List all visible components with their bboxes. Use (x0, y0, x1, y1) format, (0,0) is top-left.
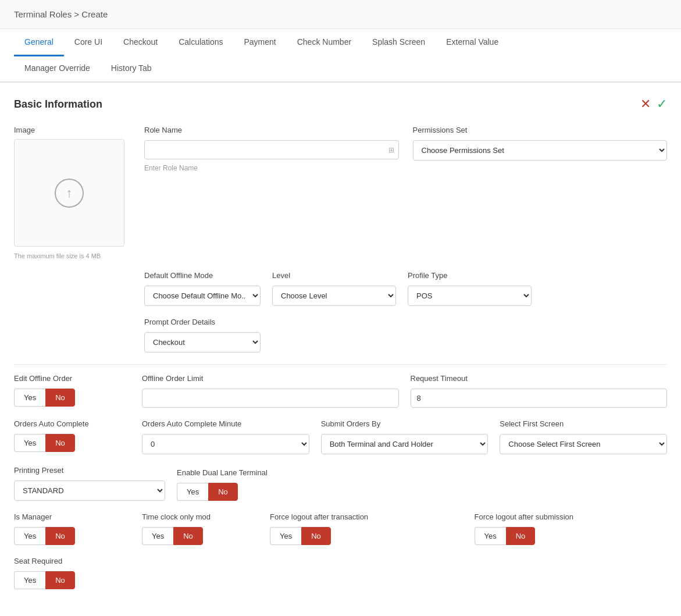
is-manager-label: Is Manager (14, 512, 130, 521)
select-first-screen-select[interactable]: Choose Select First Screen (500, 434, 667, 454)
enable-dual-no-btn[interactable]: No (208, 483, 238, 501)
edit-offline-yes-btn[interactable]: Yes (14, 389, 45, 407)
default-offline-label: Default Offline Mode (144, 271, 261, 280)
printing-row: Printing Preset STANDARD Enable Dual Lan… (14, 466, 667, 501)
role-name-wrapper: ⊞ (144, 140, 399, 159)
submit-orders-label: Submit Orders By (321, 419, 489, 428)
tabs-row-1: General Core UI Checkout Calculations Pa… (14, 29, 667, 55)
file-size-hint: The maximum file size is 4 MB (14, 252, 130, 259)
enable-dual-yes-btn[interactable]: Yes (177, 483, 208, 501)
offline-limit-input[interactable] (142, 389, 399, 408)
force-logout-sub-label: Force logout after submission (475, 512, 668, 521)
tab-manager-override[interactable]: Manager Override (14, 55, 101, 83)
force-logout-sub-no-btn[interactable]: No (506, 527, 536, 545)
profile-type-section: Profile Type POS (408, 271, 532, 306)
orders-auto-minute-section: Orders Auto Complete Minute 0 (142, 419, 309, 454)
divider-1 (14, 364, 667, 365)
printing-preset-select[interactable]: STANDARD (14, 480, 165, 501)
printing-preset-label: Printing Preset (14, 466, 165, 475)
force-logout-trans-toggle: Yes No (270, 527, 463, 545)
image-label: Image (14, 126, 130, 134)
force-logout-trans-label: Force logout after transaction (270, 512, 463, 521)
force-logout-trans-yes-btn[interactable]: Yes (270, 527, 301, 545)
seat-required-row: Seat Required Yes No (14, 557, 667, 589)
permissions-set-select[interactable]: Choose Permissions Set (413, 140, 668, 161)
role-name-input[interactable] (144, 140, 399, 159)
time-clock-toggle: Yes No (142, 527, 258, 545)
seat-required-toggle: Yes No (14, 571, 107, 589)
default-offline-select[interactable]: Choose Default Offline Mo... (144, 286, 261, 306)
role-name-icon: ⊞ (388, 146, 394, 154)
request-timeout-section: Request Timeout (411, 374, 668, 408)
enable-dual-section: Enable Dual Lane Terminal Yes No (177, 468, 268, 501)
breadcrumb: Terminal Roles > Create (14, 9, 108, 19)
seat-required-label: Seat Required (14, 557, 107, 565)
printing-preset-section: Printing Preset STANDARD (14, 466, 165, 501)
level-section: Level Choose Level (272, 271, 396, 306)
permissions-set-label: Permissions Set (413, 126, 668, 134)
basic-info-top: Image ↑ The maximum file size is 4 MB Ro… (14, 126, 667, 259)
is-manager-no-btn[interactable]: No (45, 527, 75, 545)
tab-calculations[interactable]: Calculations (168, 29, 233, 56)
select-first-screen-section: Select First Screen Choose Select First … (500, 419, 667, 454)
request-timeout-label: Request Timeout (411, 374, 668, 383)
is-manager-section: Is Manager Yes No (14, 512, 130, 545)
submit-orders-select[interactable]: Both Terminal and Card Holder (321, 434, 489, 454)
prompt-order-row: Prompt Order Details Checkout (14, 318, 667, 352)
tab-check-number[interactable]: Check Number (287, 29, 362, 56)
is-manager-yes-btn[interactable]: Yes (14, 527, 45, 545)
default-offline-section: Default Offline Mode Choose Default Offl… (144, 271, 261, 306)
prompt-order-select[interactable]: Checkout (144, 332, 261, 352)
orders-auto-label: Orders Auto Complete (14, 419, 130, 428)
auto-complete-row: Orders Auto Complete Yes No Orders Auto … (14, 419, 667, 454)
force-logout-trans-no-btn[interactable]: No (301, 527, 331, 545)
tabs-row-2: Manager Override History Tab (14, 55, 667, 81)
tab-splash-screen[interactable]: Splash Screen (362, 29, 436, 56)
orders-auto-yes-btn[interactable]: Yes (14, 434, 45, 452)
seat-required-section: Seat Required Yes No (14, 557, 107, 589)
upload-icon: ↑ (55, 179, 84, 208)
prompt-order-label: Prompt Order Details (144, 318, 261, 326)
time-clock-yes-btn[interactable]: Yes (142, 527, 173, 545)
time-clock-section: Time clock only mod Yes No (142, 512, 258, 545)
tab-history-tab[interactable]: History Tab (101, 55, 162, 83)
tab-external-value[interactable]: External Value (436, 29, 509, 56)
submit-orders-section: Submit Orders By Both Terminal and Card … (321, 419, 489, 454)
section-title: Basic Information (14, 98, 102, 111)
force-logout-sub-yes-btn[interactable]: Yes (475, 527, 506, 545)
offline-limit-label: Offline Order Limit (142, 374, 399, 383)
level-select[interactable]: Choose Level (272, 286, 396, 306)
force-logout-sub-section: Force logout after submission Yes No (475, 512, 668, 545)
tab-general[interactable]: General (14, 29, 64, 56)
image-col: Image ↑ The maximum file size is 4 MB (14, 126, 130, 259)
time-clock-no-btn[interactable]: No (173, 527, 203, 545)
edit-offline-row: Edit Offline Order Yes No Offline Order … (14, 374, 667, 408)
time-clock-label: Time clock only mod (142, 512, 258, 521)
tab-checkout[interactable]: Checkout (113, 29, 168, 56)
request-timeout-input[interactable] (411, 389, 668, 408)
permissions-set-section: Permissions Set Choose Permissions Set (413, 126, 668, 259)
orders-auto-section: Orders Auto Complete Yes No (14, 419, 130, 454)
edit-offline-label: Edit Offline Order (14, 374, 130, 383)
offline-limit-section: Offline Order Limit (142, 374, 399, 408)
header-actions: ✕ ✓ (640, 97, 667, 112)
profile-type-select[interactable]: POS (408, 286, 532, 306)
image-upload[interactable]: ↑ (14, 139, 124, 247)
tab-payment[interactable]: Payment (233, 29, 286, 56)
prompt-order-section: Prompt Order Details Checkout (144, 318, 261, 352)
cancel-icon[interactable]: ✕ (640, 97, 651, 112)
orders-auto-minute-select[interactable]: 0 (142, 434, 309, 454)
orders-auto-no-btn[interactable]: No (45, 434, 75, 452)
force-logout-sub-toggle: Yes No (475, 527, 668, 545)
seat-required-no-btn[interactable]: No (45, 571, 75, 589)
role-name-hint: Enter Role Name (144, 164, 399, 172)
enable-dual-toggle: Yes No (177, 483, 268, 501)
select-first-screen-label: Select First Screen (500, 419, 667, 428)
profile-type-label: Profile Type (408, 271, 532, 280)
seat-required-yes-btn[interactable]: Yes (14, 571, 45, 589)
tab-core-ui[interactable]: Core UI (64, 29, 113, 56)
confirm-icon[interactable]: ✓ (657, 97, 667, 112)
section-header: Basic Information ✕ ✓ (14, 97, 667, 112)
role-name-label: Role Name (144, 126, 399, 134)
edit-offline-no-btn[interactable]: No (45, 389, 75, 407)
